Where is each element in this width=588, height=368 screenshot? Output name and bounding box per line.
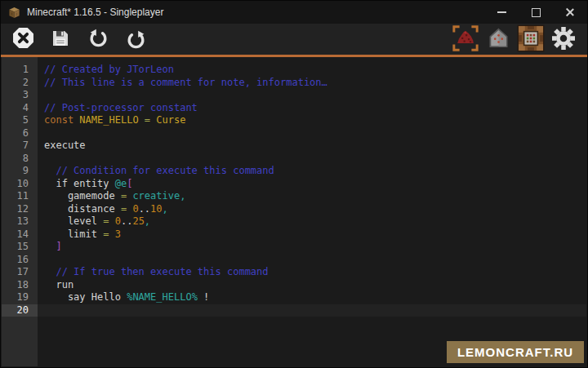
code-text xyxy=(38,304,44,317)
line-number: 12 xyxy=(2,203,38,216)
crafting-table-icon xyxy=(517,24,545,55)
gear-icon xyxy=(551,26,576,53)
toolbar-right-group xyxy=(447,26,577,52)
code-line-19[interactable]: 19 say Hello %NAME_HELLO% ! xyxy=(2,291,586,304)
code-line-7[interactable]: 7execute xyxy=(2,140,586,153)
minimize-icon xyxy=(497,11,506,13)
code-text: execute xyxy=(38,140,86,153)
line-number: 19 xyxy=(2,291,38,304)
cancel-icon xyxy=(12,27,34,51)
window-controls xyxy=(484,1,587,24)
code-line-15[interactable]: 15 ] xyxy=(2,241,586,254)
redo-icon xyxy=(126,29,146,50)
line-number: 10 xyxy=(2,178,38,191)
line-number: 11 xyxy=(2,190,38,203)
line-number: 3 xyxy=(2,89,38,102)
toolbar xyxy=(1,24,587,55)
redstone-dust-icon xyxy=(452,25,479,54)
code-line-11[interactable]: 11 gamemode = creative, xyxy=(2,190,586,203)
line-number: 14 xyxy=(2,228,38,242)
crafting-table-button[interactable] xyxy=(517,26,545,52)
code-line-5[interactable]: 5const NAME_HELLO = Curse xyxy=(2,114,586,127)
code-text: // If true then execute this command xyxy=(38,266,269,279)
code-text: if entity @e[ xyxy=(38,178,132,191)
home-button[interactable] xyxy=(484,26,512,52)
code-line-20[interactable]: 20 xyxy=(2,304,586,317)
editor-lines: 1// Created by JTorLeon2// This line is … xyxy=(2,64,586,317)
code-text: limit = 3 xyxy=(38,228,121,242)
undo-button[interactable] xyxy=(86,26,110,52)
line-number: 9 xyxy=(2,165,38,178)
line-number: 8 xyxy=(2,153,38,166)
redo-button[interactable] xyxy=(123,26,148,52)
code-line-9[interactable]: 9 // Condition for execute this command xyxy=(2,165,586,178)
close-icon xyxy=(565,7,575,17)
code-text xyxy=(38,153,44,166)
code-text: distance = 0..10, xyxy=(38,203,168,216)
line-number: 15 xyxy=(2,241,38,254)
line-number: 16 xyxy=(2,254,38,267)
save-icon xyxy=(51,29,70,51)
watermark-banner: LEMONCRAFT.RU xyxy=(447,341,584,363)
code-text: // Created by JTorLeon xyxy=(38,64,174,77)
close-button[interactable] xyxy=(553,1,587,24)
code-text: run xyxy=(38,279,74,292)
code-editor[interactable]: 1// Created by JTorLeon2// This line is … xyxy=(2,57,586,366)
code-line-1[interactable]: 1// Created by JTorLeon xyxy=(2,64,586,77)
code-text: gamemode = creative, xyxy=(38,190,185,203)
line-number: 6 xyxy=(2,127,38,140)
code-text: ] xyxy=(38,241,62,254)
code-line-3[interactable]: 3 xyxy=(2,89,586,102)
minimize-button[interactable] xyxy=(484,1,519,24)
code-text: // Post-processor constant xyxy=(38,102,198,115)
cancel-button[interactable] xyxy=(11,26,35,52)
line-number: 20 xyxy=(2,304,38,317)
code-text: // Condition for execute this command xyxy=(38,165,274,178)
line-number: 5 xyxy=(2,114,38,127)
code-line-8[interactable]: 8 xyxy=(2,153,586,166)
code-line-4[interactable]: 4// Post-processor constant xyxy=(2,102,586,115)
code-line-17[interactable]: 17 // If true then execute this command xyxy=(2,266,586,279)
code-line-16[interactable]: 16 xyxy=(2,254,586,267)
line-number: 1 xyxy=(2,64,38,77)
code-text: say Hello %NAME_HELLO% ! xyxy=(38,291,209,304)
code-text: const NAME_HELLO = Curse xyxy=(38,114,185,127)
code-text xyxy=(38,254,44,267)
line-number: 2 xyxy=(2,77,38,90)
code-text: level = 0..25, xyxy=(38,215,150,228)
code-line-10[interactable]: 10 if entity @e[ xyxy=(2,178,586,191)
line-number: 4 xyxy=(2,102,38,115)
save-button[interactable] xyxy=(48,26,73,52)
code-line-14[interactable]: 14 limit = 3 xyxy=(2,228,586,242)
app-window: Minecraft* 1.16.5 - Singleplayer xyxy=(0,0,588,368)
line-number: 13 xyxy=(2,215,38,228)
code-line-13[interactable]: 13 level = 0..25, xyxy=(2,215,586,228)
maximize-icon xyxy=(532,8,541,17)
window-title: Minecraft* 1.16.5 - Singleplayer xyxy=(27,7,163,18)
code-line-2[interactable]: 2// This line is a comment for note, inf… xyxy=(2,77,586,90)
code-line-6[interactable]: 6 xyxy=(2,127,586,140)
line-number: 18 xyxy=(2,279,38,292)
titlebar[interactable]: Minecraft* 1.16.5 - Singleplayer xyxy=(1,1,587,24)
minecraft-block-icon xyxy=(8,7,20,19)
maximize-button[interactable] xyxy=(519,1,553,24)
home-icon xyxy=(488,27,510,51)
line-number: 17 xyxy=(2,266,38,279)
redstone-button[interactable] xyxy=(452,26,479,52)
code-text: // This line is a comment for note, info… xyxy=(38,77,327,90)
code-text xyxy=(38,127,44,140)
settings-button[interactable] xyxy=(550,26,577,52)
undo-icon xyxy=(88,28,109,51)
code-text xyxy=(38,89,44,102)
code-line-12[interactable]: 12 distance = 0..10, xyxy=(2,203,586,216)
code-line-18[interactable]: 18 run xyxy=(2,279,586,292)
line-number: 7 xyxy=(2,140,38,153)
